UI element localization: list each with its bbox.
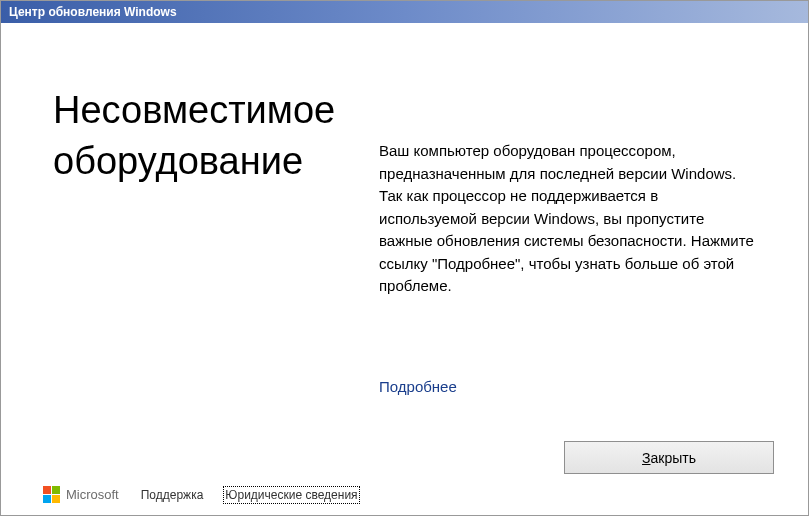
microsoft-logo: Microsoft (43, 486, 119, 503)
microsoft-logo-icon (43, 486, 60, 503)
legal-link[interactable]: Юридические сведения (225, 488, 357, 502)
window-title: Центр обновления Windows (9, 5, 177, 19)
dialog-content: Несовместимое оборудование Ваш компьютер… (1, 23, 808, 515)
learn-more-link[interactable]: Подробнее (379, 378, 457, 395)
microsoft-logo-text: Microsoft (66, 487, 119, 502)
titlebar: Центр обновления Windows (1, 1, 808, 23)
close-button[interactable]: Закрыть (564, 441, 774, 474)
close-button-rest: акрыть (651, 450, 696, 466)
message-body: Ваш компьютер оборудован процессором, пр… (379, 140, 759, 298)
close-button-accel: З (642, 450, 650, 466)
page-title: Несовместимое оборудование (53, 85, 373, 188)
support-link[interactable]: Поддержка (141, 488, 204, 502)
footer: Microsoft Поддержка Юридические сведения (43, 486, 358, 503)
